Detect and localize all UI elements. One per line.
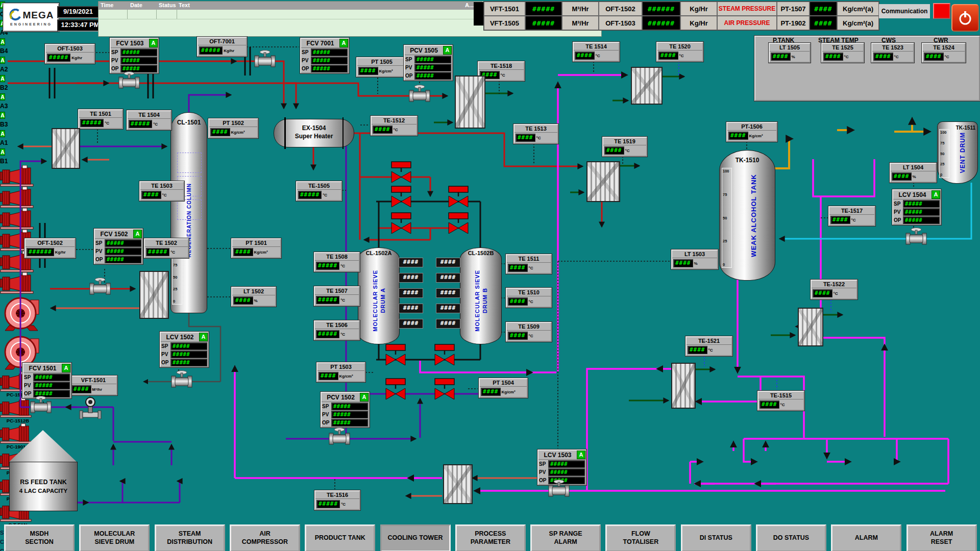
valve-c1[interactable] [390, 161, 412, 183]
nav-button-alarm[interactable]: ALARM [831, 524, 901, 551]
nav-button-flow-totaliser[interactable]: FLOWTOTALISER [605, 524, 676, 551]
nav-button-alarm-reset[interactable]: ALARMRESET [906, 524, 977, 551]
nav-button-do-status[interactable]: DO STATUS [756, 524, 826, 551]
auto-mode-badge: A [443, 46, 452, 55]
control-valve-icon[interactable] [171, 370, 192, 388]
led-value: #### [508, 264, 528, 272]
pressure-title: STEAM PRESSURE [717, 2, 777, 16]
heat-exchanger [671, 363, 696, 409]
heat-exchanger [798, 308, 823, 346]
led-value: ##### [331, 419, 368, 427]
display-title: TE-1521 [687, 337, 731, 345]
controller-row: OP##### [161, 358, 208, 366]
led-value: #### [481, 388, 501, 396]
control-valve-icon[interactable] [254, 49, 276, 68]
led-value: #### [813, 289, 832, 297]
control-valve-icon[interactable] [548, 479, 570, 497]
display-title: PT-1506 [727, 123, 776, 131]
display-te-1522: TE-1522####°C [811, 280, 857, 299]
valve-b4[interactable] [447, 186, 470, 207]
valve-b3[interactable] [433, 344, 456, 365]
controller-tag: FCV 1503 [111, 40, 149, 47]
valve-b2[interactable] [447, 212, 470, 234]
controller-fcv-7001[interactable]: FCV 7001ASP#####PV#####OP##### [300, 38, 349, 73]
display-oft-1503: OFT-1503#####Kg/hr [45, 44, 95, 64]
nav-button-di-status[interactable]: DI STATUS [681, 524, 751, 551]
unit-label: M³/hr [92, 387, 103, 392]
control-valve-icon[interactable] [409, 84, 430, 103]
flow-transmitter-icon[interactable] [79, 396, 102, 419]
valve-a1[interactable] [384, 378, 407, 399]
table-value: #### [810, 16, 837, 30]
display-value-row: ####°C [603, 145, 646, 156]
display-value-row: ####°C [657, 51, 702, 61]
led-value: ##### [316, 296, 339, 304]
control-valve-icon[interactable] [905, 227, 927, 245]
led-value: ##### [170, 359, 207, 366]
valve-a4[interactable] [390, 186, 412, 207]
power-button[interactable] [951, 4, 979, 32]
nav-button-sp-range-alarm[interactable]: SP RANGEALARM [530, 524, 601, 551]
valve-a2[interactable] [390, 212, 412, 234]
unit-label: °C [394, 128, 398, 132]
sieve-bed-display: #### [436, 258, 460, 267]
communication-label: Communication [879, 4, 930, 18]
control-valve-icon[interactable] [30, 395, 52, 414]
controller-fcv-1501[interactable]: FCV 1501ASP#####PV#####OP##### [22, 363, 71, 398]
nav-button-air-compressor[interactable]: AIRCOMPRESSOR [230, 524, 300, 551]
nav-button-process-parameter[interactable]: PROCESSPARAMETER [455, 524, 526, 551]
valve-b1[interactable] [433, 378, 456, 399]
sieve-bed-display: #### [399, 258, 423, 267]
controller-lcv-1504[interactable]: LCV 1504ASP#####PV#####OP##### [892, 189, 941, 225]
nav-button-molecular-sieve-drum[interactable]: MOLECULARSIEVE DRUM [79, 524, 150, 551]
controller-fcv-1502[interactable]: FCV 1502ASP#####PV#####OP##### [94, 229, 143, 264]
controller-title-row: LCV 1503A [538, 450, 585, 460]
display-title: TE 1513 [514, 125, 557, 133]
alarm-more[interactable]: A... [465, 2, 474, 8]
display-te-1515: TE-1515####°C [757, 391, 804, 411]
control-valve-icon[interactable] [118, 71, 140, 89]
display-te-1519: TE 1519####°C [602, 137, 647, 157]
regeneration-column: CL-1501 REGENERATION COLUMN 1007550250 [170, 112, 207, 313]
nav-button-line: FLOW [631, 530, 650, 538]
led-value: ##### [311, 57, 348, 64]
row-label: SP [539, 461, 548, 467]
led-value: ##### [903, 200, 940, 208]
display-value-row: ####Kg/cm² [357, 66, 406, 76]
nav-button-msdh-section[interactable]: MSDHSECTION [4, 524, 75, 551]
controller-row: SP##### [322, 402, 369, 410]
controller-tag: PCV 1502 [322, 394, 360, 401]
nav-button-steam-distribution[interactable]: STEAMDISTRIBUTION [155, 524, 225, 551]
unit-label: °C [625, 148, 630, 153]
nav-button-line: DI STATUS [700, 534, 732, 542]
controller-lcv-1502[interactable]: LCV 1502ASP#####PV#####OP##### [160, 332, 209, 367]
auto-mode-badge: A [199, 333, 208, 341]
led-value: ##### [316, 500, 340, 508]
display-title: TE 1525 [822, 44, 863, 52]
company-name: MEGA [23, 10, 54, 21]
display-te-1501: TE 1501#####°C [78, 109, 123, 129]
table-value: #### [810, 2, 837, 16]
display-te-1514: TE 1514####°C [573, 42, 620, 62]
nav-button-cooling-tower[interactable]: COOLING TOWER [380, 524, 451, 551]
controller-pcv-1502[interactable]: PCV 1502ASP#####PV#####OP##### [321, 392, 370, 428]
table-value: ##### [525, 16, 562, 30]
display-value-row: ####% [672, 258, 717, 268]
control-valve-icon[interactable] [329, 427, 350, 445]
controller-fcv-1503[interactable]: FCV 1503ASP#####PV#####OP##### [110, 38, 159, 73]
display-title: TE-1522 [812, 281, 856, 288]
led-value: ##### [903, 216, 940, 224]
molecular-sieve-drum-a: CL-1502A MOLECULAR SIEVE DRUM A [358, 247, 400, 344]
led-value: ##### [170, 350, 207, 358]
controller-title-row: FCV 1502A [95, 230, 142, 239]
valve-a3[interactable] [384, 344, 407, 365]
alarm-row-divider [99, 19, 482, 19]
power-icon [957, 9, 974, 27]
display-title: TE-1518 [479, 62, 524, 70]
controller-pcv-1505[interactable]: PCV 1505ASP#####PV#####OP##### [404, 45, 453, 81]
sieve-bed-display: #### [436, 273, 460, 283]
control-valve-icon[interactable] [89, 277, 111, 295]
nav-button-product-tank[interactable]: PRODUCT TANK [305, 524, 375, 551]
unit-label: Kg/hr [71, 56, 82, 60]
led-value: #### [71, 385, 91, 393]
